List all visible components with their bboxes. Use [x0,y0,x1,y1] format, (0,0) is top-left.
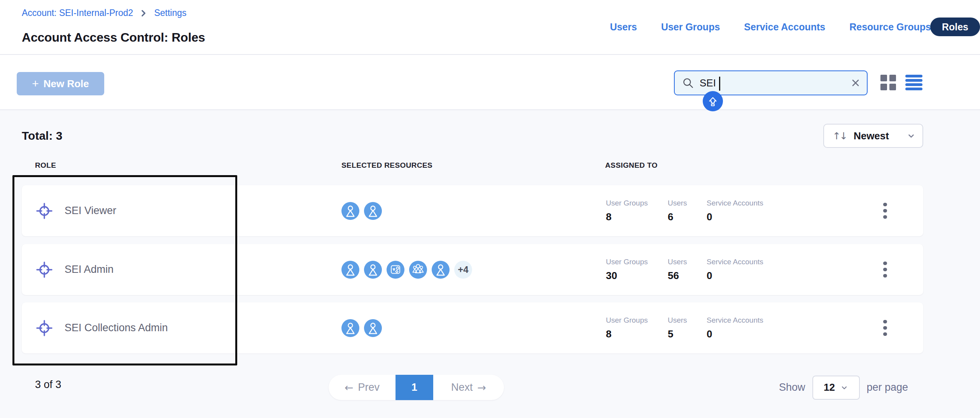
selected-resources-avatars: +4 [341,244,472,295]
breadcrumb: Account: SEI-Internal-Prod2 Settings [22,8,186,18]
assigned-to-cell: User Groups8 Users6 Service Accounts0 [606,185,792,236]
assigned-to-cell: User Groups30 Users56 Service Accounts0 [606,244,792,295]
row-actions-menu-icon[interactable] [876,302,894,353]
user-groups-label: User Groups [606,199,668,207]
next-page-button[interactable]: Next → [433,375,504,400]
users-count: 6 [668,211,707,223]
service-accounts-count: 0 [707,328,792,340]
selected-resources-avatars [341,185,382,236]
arrow-right-icon: → [477,381,486,393]
text-caret [719,77,720,91]
table-row[interactable]: SEI Admin +4 User Groups30 Users56 Servi… [22,244,923,295]
toolbar: + New Role [0,55,980,110]
search-icon [682,77,694,89]
service-accounts-label: Service Accounts [707,199,792,207]
top-navigation: Users User Groups Service Accounts Resou… [610,18,931,36]
role-target-icon [35,260,54,279]
breadcrumb-account-link[interactable]: Account: SEI-Internal-Prod2 [22,8,133,18]
person-avatar-icon [341,319,359,337]
role-target-icon [35,319,54,337]
person-avatar-icon [364,319,382,337]
search-box [674,70,868,95]
user-groups-count: 8 [606,211,668,223]
roles-list-section: Total: 3 ↑↓ Newest ROLE SELECTED RESOURC… [0,110,980,418]
page-title: Account Access Control: Roles [22,30,205,45]
row-actions-menu-icon[interactable] [876,185,894,236]
nav-users-link[interactable]: Users [610,21,637,33]
table-column-headers: ROLE SELECTED RESOURCES ASSIGNED TO [0,161,980,170]
person-avatar-icon [341,202,359,220]
users-label: Users [668,199,707,207]
table-row[interactable]: SEI Viewer User Groups8 Users6 Service A… [22,185,923,236]
role-name: SEI Viewer [65,205,116,217]
search-input[interactable] [700,77,850,89]
selected-resources-avatars [341,302,382,353]
chevron-down-icon [907,132,915,140]
assigned-to-cell: User Groups8 Users5 Service Accounts0 [606,302,792,353]
role-target-icon [35,202,54,220]
show-label: Show [779,381,805,393]
user-groups-count: 8 [606,328,668,340]
total-count: Total: 3 [22,129,62,142]
users-count: 5 [668,328,707,340]
view-toggles [880,75,922,90]
per-page-label: per page [867,381,908,393]
page-number-button[interactable]: 1 [396,375,433,400]
new-role-button-label: New Role [44,78,89,90]
nav-roles-label: Roles [942,21,968,33]
person-avatar-icon [364,202,382,220]
user-groups-label: User Groups [606,316,668,325]
users-label: Users [668,316,707,325]
service-accounts-label: Service Accounts [707,316,792,325]
nav-user-groups-link[interactable]: User Groups [661,21,720,33]
users-count: 56 [668,270,707,282]
page-size-control: Show 12 per page [779,375,908,400]
list-view-icon[interactable] [905,75,922,90]
page-header: Account: SEI-Internal-Prod2 Settings Acc… [0,0,980,55]
users-label: Users [668,258,707,266]
roles-page: Account: SEI-Internal-Prod2 Settings Acc… [0,0,980,418]
plus-icon: + [32,78,39,90]
result-count: 3 of 3 [35,379,61,391]
page-size-dropdown[interactable]: 12 [812,376,860,400]
prev-label: Prev [358,381,380,393]
role-name: SEI Collections Admin [65,322,168,334]
sort-dropdown[interactable]: ↑↓ Newest [823,124,923,148]
column-header-selected-resources: SELECTED RESOURCES [341,161,432,170]
user-groups-label: User Groups [606,258,668,266]
next-label: Next [451,381,473,393]
sort-arrows-icon: ↑↓ [833,130,847,142]
breadcrumb-settings-link[interactable]: Settings [154,8,186,18]
column-header-role: ROLE [35,161,56,170]
dashboard-avatar-icon [387,261,404,279]
prev-page-button[interactable]: ← Prev [329,375,396,400]
arrow-left-icon: ← [345,381,354,393]
table-row[interactable]: SEI Collections Admin User Groups8 Users… [22,302,923,353]
chevron-down-icon [840,384,848,392]
column-header-assigned-to: ASSIGNED TO [605,161,658,170]
nav-resource-groups-link[interactable]: Resource Groups [849,21,931,33]
role-name: SEI Admin [65,263,114,276]
service-accounts-count: 0 [707,270,792,282]
sort-selected-value: Newest [854,130,889,142]
pagination: ← Prev 1 Next → [329,375,504,400]
person-avatar-icon [432,261,450,279]
shift-key-icon [706,95,719,108]
person-avatar-icon [364,261,382,279]
clear-search-icon[interactable] [850,78,861,88]
page-size-value: 12 [824,381,835,393]
nav-roles-active-pill[interactable]: Roles [930,18,980,36]
user-groups-count: 30 [606,270,668,282]
grid-view-icon[interactable] [880,75,896,90]
service-accounts-label: Service Accounts [707,258,792,266]
search-shortcut-badge [703,91,723,111]
person-avatar-icon [341,261,359,279]
row-actions-menu-icon[interactable] [876,244,894,295]
chevron-right-icon [139,9,148,18]
group-avatar-icon [409,261,427,279]
nav-service-accounts-link[interactable]: Service Accounts [744,21,825,33]
avatar-overflow-badge: +4 [454,261,472,279]
new-role-button[interactable]: + New Role [17,72,104,95]
service-accounts-count: 0 [707,211,792,223]
